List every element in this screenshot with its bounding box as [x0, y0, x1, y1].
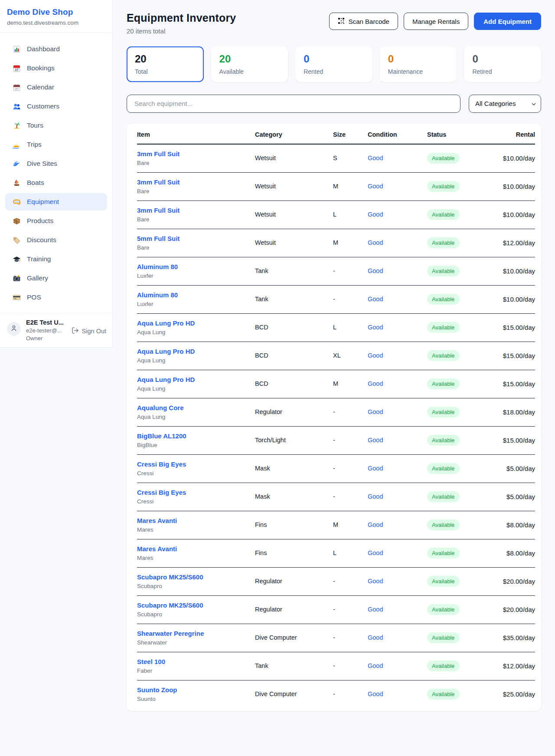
- item-brand: Cressi: [137, 470, 255, 477]
- condition-link[interactable]: Good: [368, 465, 383, 472]
- item-link[interactable]: 5mm Full Suit: [137, 235, 180, 242]
- item-cell: Scubapro MK25/S600 Scubapro: [137, 602, 255, 618]
- item-link[interactable]: Aqua Lung Pro HD: [137, 376, 195, 383]
- shop-name: Demo Dive Shop: [7, 7, 105, 17]
- item-link[interactable]: Mares Avanti: [137, 545, 177, 552]
- size-cell: -: [333, 267, 368, 274]
- stat-card-available[interactable]: 20 Available: [211, 46, 288, 82]
- manage-rentals-button[interactable]: Manage Rentals: [404, 13, 468, 30]
- stat-label: Total: [135, 68, 196, 75]
- condition-link[interactable]: Good: [368, 154, 383, 161]
- sidebar-item-label: Gallery: [27, 274, 48, 282]
- size-cell: M: [333, 521, 368, 528]
- category-cell: Dive Computer: [255, 690, 333, 697]
- item-link[interactable]: Cressi Big Eyes: [137, 489, 186, 496]
- status-badge: Available: [427, 181, 460, 192]
- sign-out-label: Sign Out: [82, 328, 106, 335]
- stat-card-rented[interactable]: 0 Rented: [295, 46, 372, 82]
- sign-out-button[interactable]: Sign Out: [72, 327, 106, 335]
- condition-link[interactable]: Good: [368, 183, 383, 190]
- item-link[interactable]: Suunto Zoop: [137, 686, 177, 694]
- category-select[interactable]: All Categories: [469, 95, 541, 113]
- size-cell: -: [333, 578, 368, 585]
- size-cell: XL: [333, 352, 368, 359]
- condition-link[interactable]: Good: [368, 211, 383, 218]
- sidebar-item-dashboard[interactable]: Dashboard: [5, 40, 107, 58]
- table-row: Aqualung Core Aqua Lung Regulator - Good…: [137, 398, 535, 427]
- stat-card-maintenance[interactable]: 0 Maintenance: [380, 46, 457, 82]
- item-link[interactable]: Scubapro MK25/S600: [137, 573, 203, 581]
- item-link[interactable]: Aluminum 80: [137, 263, 178, 270]
- item-link[interactable]: Cressi Big Eyes: [137, 460, 186, 468]
- item-link[interactable]: 3mm Full Suit: [137, 207, 180, 214]
- item-link[interactable]: Steel 100: [137, 658, 165, 665]
- scan-barcode-button[interactable]: Scan Barcode: [329, 13, 398, 30]
- condition-link[interactable]: Good: [368, 634, 383, 641]
- category-cell: Regulator: [255, 408, 333, 415]
- item-link[interactable]: 3mm Full Suit: [137, 178, 180, 186]
- status-cell: Available: [427, 153, 484, 164]
- sidebar-item-pos[interactable]: POS: [5, 289, 107, 306]
- stat-label: Rented: [304, 68, 364, 75]
- condition-link[interactable]: Good: [368, 662, 383, 669]
- condition-link[interactable]: Good: [368, 549, 383, 556]
- item-link[interactable]: Aqua Lung Pro HD: [137, 319, 195, 327]
- search-input[interactable]: [127, 95, 460, 113]
- category-cell: Torch/Light: [255, 437, 333, 444]
- condition-link[interactable]: Good: [368, 380, 383, 387]
- table-row: BigBlue AL1200 BigBlue Torch/Light - Goo…: [137, 427, 535, 455]
- condition-link[interactable]: Good: [368, 239, 383, 246]
- condition-link[interactable]: Good: [368, 578, 383, 585]
- sidebar-item-equipment[interactable]: Equipment: [5, 193, 107, 210]
- condition-link[interactable]: Good: [368, 690, 383, 697]
- sidebar-item-gallery[interactable]: Gallery: [5, 270, 107, 287]
- condition-link[interactable]: Good: [368, 606, 383, 613]
- item-link[interactable]: Scubapro MK25/S600: [137, 602, 203, 609]
- sidebar-item-label: Discounts: [27, 236, 56, 244]
- status-cell: Available: [427, 266, 484, 276]
- table-row: 3mm Full Suit Bare Wetsuit L Good Availa…: [137, 201, 535, 229]
- sidebar-item-tours[interactable]: Tours: [5, 117, 107, 134]
- item-link[interactable]: Aqua Lung Pro HD: [137, 348, 195, 355]
- sidebar-item-bookings[interactable]: 17Bookings: [5, 59, 107, 77]
- sidebar-item-training[interactable]: Training: [5, 250, 107, 268]
- add-equipment-button[interactable]: Add Equipment: [474, 13, 541, 30]
- sidebar-item-boats[interactable]: Boats: [5, 174, 107, 191]
- condition-link[interactable]: Good: [368, 521, 383, 528]
- sidebar-item-discounts[interactable]: Discounts: [5, 231, 107, 249]
- stat-card-total[interactable]: 20 Total: [127, 46, 204, 82]
- condition-link[interactable]: Good: [368, 408, 383, 415]
- sidebar-item-products[interactable]: Products: [5, 212, 107, 230]
- sidebar-item-dive-sites[interactable]: Dive Sites: [5, 155, 107, 172]
- item-link[interactable]: Shearwater Peregrine: [137, 630, 204, 637]
- condition-link[interactable]: Good: [368, 437, 383, 444]
- stat-card-retired[interactable]: 0 Retired: [464, 46, 541, 82]
- condition-link[interactable]: Good: [368, 267, 383, 274]
- condition-link[interactable]: Good: [368, 324, 383, 331]
- item-link[interactable]: Aqualung Core: [137, 404, 184, 411]
- condition-cell: Good: [368, 578, 427, 585]
- item-link[interactable]: BigBlue AL1200: [137, 432, 186, 440]
- status-badge: Available: [427, 661, 460, 671]
- item-brand: Aqua Lung: [137, 357, 255, 364]
- status-cell: Available: [427, 237, 484, 248]
- sidebar-item-customers[interactable]: Customers: [5, 98, 107, 115]
- size-cell: -: [333, 690, 368, 697]
- item-cell: Aqua Lung Pro HD Aqua Lung: [137, 376, 255, 392]
- item-link[interactable]: Mares Avanti: [137, 517, 177, 524]
- sidebar-item-trips[interactable]: Trips: [5, 136, 107, 153]
- rental-cell: $12.00/day: [484, 239, 535, 247]
- item-cell: Scubapro MK25/S600 Scubapro: [137, 573, 255, 589]
- condition-link[interactable]: Good: [368, 296, 383, 302]
- item-link[interactable]: Aluminum 80: [137, 291, 178, 299]
- user-role: Owner: [26, 335, 64, 342]
- condition-link[interactable]: Good: [368, 493, 383, 500]
- status-cell: Available: [427, 463, 484, 474]
- item-link[interactable]: 3mm Full Suit: [137, 150, 180, 158]
- table-body: 3mm Full Suit Bare Wetsuit S Good Availa…: [137, 145, 535, 708]
- sidebar-item-calendar[interactable]: Calendar: [5, 79, 107, 96]
- item-brand: Aqua Lung: [137, 329, 255, 335]
- desert-island-icon: [13, 122, 21, 130]
- condition-cell: Good: [368, 465, 427, 472]
- condition-link[interactable]: Good: [368, 352, 383, 359]
